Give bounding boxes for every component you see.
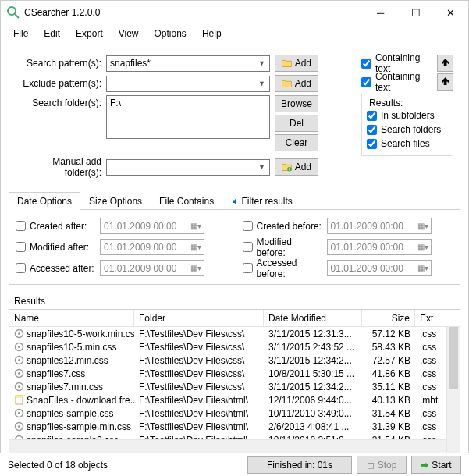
- containing-text-check-1[interactable]: Containing text: [361, 56, 434, 70]
- results-table: Name Folder Date Modified Size Ext snapf…: [9, 309, 460, 453]
- maximize-button[interactable]: ☐: [398, 2, 433, 23]
- table-row[interactable]: snapfiles-sample.min.cssF:\Testfiles\Dev…: [9, 420, 460, 433]
- table-row[interactable]: snapfiles-sample2.cssF:\Testfiles\Dev Fi…: [9, 433, 460, 439]
- table-row[interactable]: snapfiles-sample.cssF:\Testfiles\Dev Fil…: [9, 407, 460, 420]
- play-icon: ➡: [421, 460, 428, 471]
- results-options-group: Results: In subfolders Search folders Se…: [361, 94, 453, 156]
- col-ext[interactable]: Ext: [415, 310, 446, 326]
- tab-date-options[interactable]: Date Options: [9, 192, 80, 210]
- col-name[interactable]: Name: [9, 310, 134, 326]
- svg-point-8: [18, 359, 20, 361]
- containing-text-check-2[interactable]: Containing text: [361, 75, 434, 89]
- statusbar: Selected 0 of 18 objects Finished in: 01…: [0, 453, 469, 476]
- tab-file-contains[interactable]: File Contains: [151, 192, 222, 210]
- svg-point-16: [18, 412, 20, 414]
- add-manual-button[interactable]: Add: [275, 158, 318, 176]
- calendar-icon: ▦▾: [417, 243, 428, 251]
- accessed-before-input[interactable]: 01.01.2009 00:00▦▾: [327, 260, 432, 276]
- menu-view[interactable]: View: [111, 26, 147, 41]
- created-after-check[interactable]: Created after:: [16, 219, 95, 233]
- vertical-scrollbar[interactable]: [446, 327, 460, 453]
- table-body[interactable]: snapfiles10-5-work.min.cssF:\Testfiles\D…: [9, 327, 460, 439]
- titlebar: CSearcher 1.2.0.0 ─ ☐ ✕: [1, 1, 468, 24]
- table-row[interactable]: SnapFiles - download fre...F:\Testfiles\…: [9, 393, 460, 407]
- modified-before-check[interactable]: Modified before:: [243, 240, 322, 254]
- manual-add-input[interactable]: ▼: [106, 159, 270, 176]
- folder-plus-icon: [282, 162, 292, 172]
- clear-button[interactable]: Clear: [275, 134, 318, 151]
- status-selected: Selected 0 of 18 objects: [8, 460, 108, 471]
- del-button[interactable]: Del: [275, 115, 318, 132]
- move-up-button-1[interactable]: 🡹: [437, 55, 453, 72]
- app-icon: [7, 6, 20, 19]
- calendar-icon: ▦▾: [190, 264, 201, 272]
- results-panel: Results Name Folder Date Modified Size E…: [9, 293, 460, 453]
- menubar: File Edit Export View Options Help: [1, 24, 468, 43]
- table-row[interactable]: snapfiles10-5.min.cssF:\Testfiles\Dev Fi…: [9, 340, 460, 353]
- add-pattern-button[interactable]: Add: [275, 55, 318, 72]
- modified-before-input[interactable]: 01.01.2009 00:00▦▾: [327, 239, 432, 255]
- browse-button[interactable]: Browse: [275, 95, 318, 112]
- created-before-check[interactable]: Created before:: [243, 219, 322, 233]
- table-row[interactable]: snapfiles12.min.cssF:\Testfiles\Dev File…: [9, 353, 460, 367]
- options-tabs: Date Options Size Options File Contains …: [9, 191, 460, 210]
- svg-rect-14: [16, 396, 23, 398]
- minimize-button[interactable]: ─: [363, 2, 398, 23]
- arrow-up-icon: 🡹: [441, 76, 450, 87]
- menu-export[interactable]: Export: [68, 26, 111, 41]
- table-header: Name Folder Date Modified Size Ext: [9, 310, 460, 327]
- close-button[interactable]: ✕: [433, 2, 468, 23]
- search-folders-check[interactable]: Search folders: [367, 123, 448, 137]
- search-folders-label: Search folder(s):: [16, 95, 106, 108]
- horizontal-scrollbar[interactable]: [9, 439, 460, 453]
- exclude-pattern-input[interactable]: ▼: [106, 76, 270, 92]
- menu-options[interactable]: Options: [147, 26, 194, 41]
- search-folders-list[interactable]: F:\: [106, 95, 270, 139]
- svg-point-12: [18, 385, 20, 388]
- created-before-input[interactable]: 01.01.2009 00:00▦▾: [327, 218, 432, 234]
- status-finished: Finished in: 01s: [247, 456, 352, 474]
- menu-help[interactable]: Help: [194, 26, 229, 41]
- stop-button[interactable]: ◻Stop: [357, 456, 407, 474]
- move-up-button-2[interactable]: 🡹: [437, 73, 453, 91]
- tab-filter-results[interactable]: ➧ Filter results: [222, 192, 301, 210]
- search-patterns-label: Search pattern(s):: [16, 58, 106, 69]
- modified-after-check[interactable]: Modified after:: [16, 240, 95, 254]
- modified-after-input[interactable]: 01.01.2009 00:00▦▾: [100, 239, 204, 255]
- table-row[interactable]: snapfiles7.cssF:\Testfiles\Dev Files\css…: [9, 367, 460, 380]
- col-date[interactable]: Date Modified: [264, 310, 362, 326]
- calendar-icon: ▦▾: [417, 264, 428, 272]
- stop-icon: ◻: [367, 460, 375, 471]
- accessed-after-input[interactable]: 01.01.2009 00:00▦▾: [100, 260, 204, 276]
- chevron-down-icon: ▼: [256, 59, 268, 67]
- svg-point-4: [18, 332, 20, 335]
- chevron-down-icon: ▼: [256, 80, 268, 87]
- date-options-body: Created after:01.01.2009 00:00▦▾ Created…: [9, 210, 460, 285]
- search-files-check[interactable]: Search files: [367, 137, 448, 151]
- calendar-icon: ▦▾: [190, 222, 201, 230]
- table-row[interactable]: snapfiles7.min.cssF:\Testfiles\Dev Files…: [9, 380, 460, 393]
- accessed-before-check[interactable]: Accessed before:: [243, 261, 322, 275]
- created-after-input[interactable]: 01.01.2009 00:00▦▾: [100, 218, 204, 234]
- svg-point-20: [18, 439, 20, 439]
- arrow-up-icon: 🡹: [441, 58, 450, 69]
- tab-size-options[interactable]: Size Options: [80, 192, 151, 210]
- start-button[interactable]: ➡Start: [411, 456, 461, 474]
- table-row[interactable]: snapfiles10-5-work.min.cssF:\Testfiles\D…: [9, 327, 460, 340]
- menu-edit[interactable]: Edit: [36, 26, 68, 41]
- col-folder[interactable]: Folder: [134, 310, 264, 326]
- add-exclude-button[interactable]: Add: [275, 75, 318, 92]
- accessed-after-check[interactable]: Accessed after:: [16, 261, 95, 275]
- svg-line-1: [15, 14, 19, 18]
- search-pattern-input[interactable]: snapfiles*▼: [106, 55, 270, 72]
- folder-icon: [282, 59, 292, 68]
- svg-point-6: [18, 346, 20, 348]
- menu-file[interactable]: File: [5, 26, 36, 41]
- in-subfolders-check[interactable]: In subfolders: [367, 108, 448, 123]
- calendar-icon: ▦▾: [417, 222, 428, 230]
- svg-point-0: [8, 7, 16, 15]
- calendar-icon: ▦▾: [190, 243, 201, 251]
- col-size[interactable]: Size: [362, 310, 415, 326]
- results-header: Results: [9, 293, 460, 309]
- chevron-down-icon: ▼: [256, 163, 268, 171]
